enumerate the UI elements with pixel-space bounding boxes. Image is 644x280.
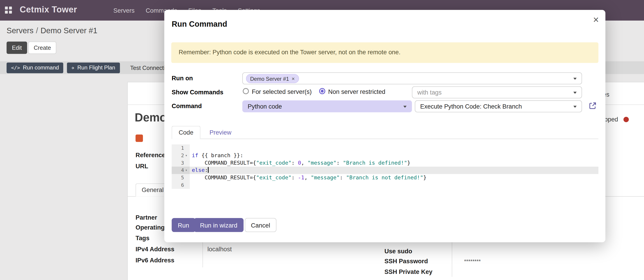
radio-for-selected-servers-label[interactable]: For selected server(s) (252, 88, 312, 95)
gutter-line-2: 2▾ (172, 152, 190, 159)
field-label-ssh-password: SSH Password (384, 258, 428, 265)
command-select-value: Execute Python Code: Check Branch (415, 101, 582, 112)
run-in-wizard-button[interactable]: Run in wizard (194, 218, 244, 232)
with-tags-placeholder: with tags (412, 87, 582, 98)
run-on-select[interactable]: Demo Server #1 ✕ (242, 72, 582, 84)
fold-arrow-icon[interactable]: ▾ (184, 167, 188, 174)
apps-menu-icon[interactable] (5, 7, 12, 14)
run-command-label: Run command (23, 65, 59, 71)
edit-button[interactable]: Edit (6, 42, 27, 54)
server-chip-label: Demo Server #1 (250, 76, 289, 82)
code-line-3[interactable]: COMMAND_RESULT={"exit_code": 0, "message… (190, 159, 598, 167)
field-label-url: URL (136, 162, 148, 169)
tab-preview[interactable]: Preview (204, 126, 237, 139)
menu-item-servers[interactable]: Servers (113, 7, 134, 14)
with-tags-select[interactable]: with tags (412, 86, 582, 98)
caret-down-icon (403, 106, 407, 108)
code-icon: </> (11, 65, 20, 70)
run-flight-plan-label: Run Flight Plan (77, 65, 115, 71)
radio-non-server-restricted-label[interactable]: Non server restricted (328, 88, 385, 95)
gutter-line-1: 1 (172, 144, 190, 152)
code-line-4[interactable]: else: (190, 167, 598, 174)
field-label-use-sudo: Use sudo (384, 248, 412, 255)
close-icon[interactable]: × (593, 15, 598, 25)
server-color-swatch[interactable] (136, 134, 143, 142)
app-root: Cetmix Tower Servers Commands Files Tool… (0, 0, 644, 280)
breadcrumb-current: Demo Server #1 (41, 26, 98, 35)
field-label-tags: Tags (136, 234, 150, 241)
run-command-modal: Run Command × Remember: Python code is e… (164, 10, 606, 242)
text-cursor (208, 167, 209, 173)
field-label-ssh-private-key: SSH Private Key (384, 268, 432, 275)
gutter-line-3: 3 (172, 159, 190, 167)
editor-code-area[interactable]: if {{ branch }}: COMMAND_RESULT={"exit_c… (190, 144, 598, 189)
app-brand: Cetmix Tower (20, 5, 77, 15)
radio-for-selected-servers[interactable] (243, 88, 249, 94)
gutter-line-4: 4▾ (172, 167, 190, 174)
radio-non-server-restricted[interactable] (319, 88, 325, 94)
fold-arrow-icon[interactable]: ▾ (184, 152, 188, 159)
code-line-6[interactable] (190, 181, 598, 189)
field-value-ssh-password[interactable]: ******** (464, 258, 481, 264)
command-select[interactable]: Execute Python Code: Check Branch (415, 100, 582, 112)
create-button[interactable]: Create (28, 42, 56, 54)
breadcrumb: Servers/Demo Server #1 (6, 26, 97, 35)
modal-title: Run Command (172, 20, 227, 29)
code-editor[interactable]: 1 2▾ 3 4▾ 5 6 if {{ branch }}: COMMAND_R… (172, 144, 598, 190)
status-stopped-dot (624, 117, 629, 122)
gutter-line-6: 6 (172, 181, 190, 189)
gutter-line-5: 5 (172, 174, 190, 181)
plane-icon: ✈ (71, 65, 74, 70)
breadcrumb-servers-link[interactable]: Servers (6, 26, 34, 35)
code-line-2[interactable]: if {{ branch }}: (190, 152, 598, 159)
command-type-select[interactable]: Python code (242, 100, 412, 112)
server-chip: Demo Server #1 ✕ (246, 74, 299, 83)
run-on-label: Run on (172, 74, 193, 81)
editor-gutter: 1 2▾ 3 4▾ 5 6 (172, 144, 190, 189)
field-label-partner: Partner (136, 214, 157, 221)
command-label: Command (172, 102, 202, 109)
alert-text: Remember: Python code is executed on the… (171, 42, 598, 62)
run-command-button[interactable]: </> Run command (6, 62, 64, 73)
caret-down-icon (573, 78, 577, 80)
cancel-button[interactable]: Cancel (245, 218, 276, 232)
command-type-value: Python code (243, 101, 412, 112)
chip-remove-icon[interactable]: ✕ (292, 76, 295, 81)
run-flight-plan-button[interactable]: ✈ Run Flight Plan (67, 62, 120, 73)
breadcrumb-separator: / (36, 26, 38, 35)
field-label-ipv4: IPv4 Address (136, 246, 174, 253)
caret-down-icon (573, 106, 577, 108)
caret-down-icon (573, 92, 577, 94)
field-value-ipv4[interactable]: localhost (208, 246, 232, 253)
external-link-icon[interactable] (589, 102, 596, 109)
run-button[interactable]: Run (172, 218, 195, 232)
python-warning-alert: Remember: Python code is executed on the… (171, 42, 598, 63)
tab-code[interactable]: Code (172, 126, 200, 139)
field-label-ipv6: IPv6 Address (136, 257, 174, 264)
code-line-5[interactable]: COMMAND_RESULT={"exit_code": -1, "messag… (190, 174, 598, 181)
show-commands-label: Show Commands (172, 88, 223, 95)
field-label-reference: Reference (136, 151, 165, 158)
code-line-1[interactable] (190, 144, 598, 152)
